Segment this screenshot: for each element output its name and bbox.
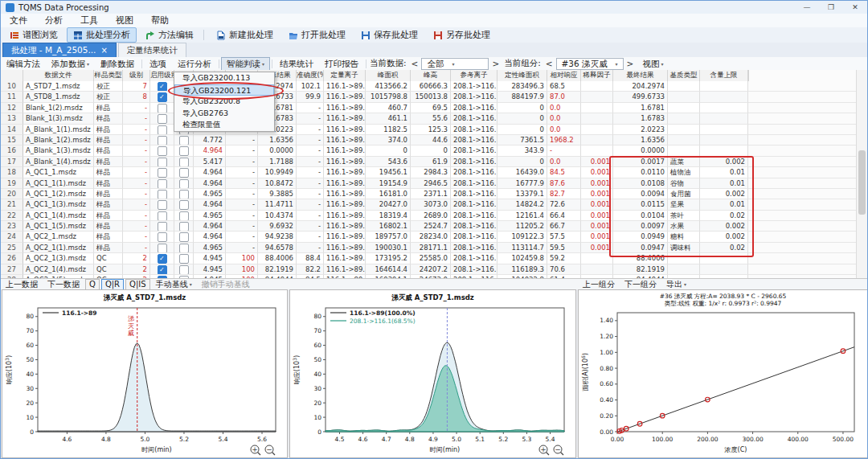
column-header-9[interactable]: 准确度(%)	[297, 70, 324, 81]
context-menu-item-2[interactable]: 导入GB23200.8	[174, 96, 274, 108]
column-header-11[interactable]: 峰面积	[366, 70, 411, 81]
cell[interactable]: 150013.8	[411, 92, 451, 102]
column-header-14[interactable]: 定性峰面积	[497, 70, 547, 81]
cell[interactable]	[174, 232, 194, 242]
cell[interactable]: 116.1->89.0	[324, 253, 366, 264]
cell[interactable]: 0.0110	[613, 167, 668, 178]
cell[interactable]	[581, 264, 613, 275]
cell[interactable]: 116.1->89.0	[324, 103, 366, 113]
checkbox-unchecked-icon[interactable]	[179, 254, 189, 264]
cell[interactable]: -	[123, 113, 150, 124]
cell[interactable]	[700, 135, 748, 145]
cell[interactable]: 113114.7	[497, 243, 547, 253]
cell[interactable]: 糖料	[668, 232, 700, 242]
cell[interactable]: 食用菌	[668, 189, 700, 199]
cell[interactable]: 0.001	[581, 167, 613, 178]
current-component-prev-button[interactable]: <	[542, 59, 556, 68]
zoom-out-icon[interactable]: −	[265, 445, 275, 455]
cell[interactable]	[700, 103, 748, 113]
cell[interactable]: 59.5	[547, 243, 581, 253]
cell[interactable]: 样品	[94, 125, 123, 135]
cell[interactable]: -	[123, 243, 150, 253]
checkbox-checked-icon[interactable]	[158, 92, 167, 102]
checkbox-unchecked-icon[interactable]	[179, 211, 189, 221]
cell[interactable]: 8	[123, 92, 150, 102]
cell[interactable]: 94.9238	[258, 232, 297, 242]
column-header-17[interactable]: 最终结果	[613, 70, 668, 81]
cell[interactable]: QC	[94, 253, 123, 264]
zoom-in-icon[interactable]: +	[539, 445, 549, 455]
cell[interactable]: -	[123, 221, 150, 232]
cell[interactable]: 173195.2	[366, 253, 411, 264]
row-number[interactable]: 16	[1, 145, 23, 156]
cell[interactable]: 543.6	[366, 157, 411, 167]
cell[interactable]: 0	[497, 125, 547, 135]
row-number[interactable]: 22	[1, 211, 23, 221]
chart-toolbar-button-[interactable]: 下一组分	[620, 280, 661, 289]
cell[interactable]: 0.001	[581, 243, 613, 253]
cell[interactable]	[174, 178, 194, 189]
toolbar-button-6[interactable]: 另存批处理	[427, 27, 497, 43]
cell[interactable]	[700, 113, 748, 124]
cell[interactable]: -	[297, 199, 324, 210]
row-number[interactable]: 10	[1, 81, 23, 92]
cell[interactable]: -	[123, 189, 150, 199]
cell[interactable]: 116.1->89.0	[324, 232, 366, 242]
cell[interactable]: 208.1->116.1	[451, 157, 497, 167]
action-button-4[interactable]: 运行分析	[172, 57, 217, 71]
cell[interactable]: A_QC2_1(3).msdz	[23, 253, 94, 264]
cell[interactable]: -	[297, 157, 324, 167]
maximize-button[interactable]: ❐	[819, 1, 843, 14]
cell[interactable]: 样品	[94, 178, 123, 189]
cell[interactable]: 10.9949	[258, 167, 297, 178]
cell[interactable]: 1.6356	[613, 135, 668, 145]
row-number[interactable]: 26	[1, 253, 23, 264]
cell[interactable]	[668, 125, 700, 135]
cell[interactable]: 1015798.8	[366, 92, 411, 102]
cell[interactable]: 208.1->116.1	[451, 178, 497, 189]
cell[interactable]: A_QC2_1(1).msdz	[23, 243, 94, 253]
cell[interactable]	[581, 113, 613, 124]
cell[interactable]: 植物油	[668, 167, 700, 178]
cell[interactable]: 7361.5	[497, 135, 547, 145]
action-button-6[interactable]: 结果统计	[274, 57, 319, 71]
action-button-3[interactable]: 选项	[144, 57, 172, 71]
checkbox-unchecked-icon[interactable]	[179, 158, 189, 167]
cell[interactable]	[150, 189, 174, 199]
row-number[interactable]: 24	[1, 232, 23, 242]
cell[interactable]: 4.964	[194, 199, 226, 210]
cell[interactable]: 样品	[94, 221, 123, 232]
cell[interactable]: 24207.2	[411, 264, 451, 275]
cell[interactable]: A_Blank_1(4).msdz	[23, 157, 94, 167]
cell[interactable]: 208.1->116.1	[451, 167, 497, 178]
action-button-2[interactable]: 删除数据	[95, 57, 140, 71]
cell[interactable]: 1.6783	[613, 113, 668, 124]
toolbar-button-1[interactable]: 批处理分析	[67, 27, 137, 43]
cell[interactable]	[174, 145, 194, 156]
cell[interactable]: 28234.0	[411, 232, 451, 242]
checkbox-checked-icon[interactable]	[158, 82, 167, 92]
table-row[interactable]: 27A_QC2_1(4).msdzQC24.94510082.191982.21…	[1, 264, 867, 275]
cell[interactable]: -	[226, 221, 258, 232]
cell[interactable]: -	[297, 232, 324, 242]
cell[interactable]: 82.1919	[258, 264, 297, 275]
chart-toolbar-button-[interactable]: 导出▾	[661, 280, 691, 289]
cell[interactable]: Blank_1(3).msdz	[23, 113, 94, 124]
cell[interactable]	[174, 221, 194, 232]
checkbox-unchecked-icon[interactable]	[158, 190, 167, 199]
cell[interactable]	[581, 135, 613, 145]
view-button[interactable]: 视图▾	[637, 57, 669, 71]
table-row[interactable]: 15A_Blank_1(2).msdz样品-4.772-1.6356-116.1…	[1, 135, 867, 145]
scrollbar-thumb[interactable]	[858, 150, 866, 215]
cell[interactable]: 0.001	[581, 221, 613, 232]
table-row[interactable]: 25A_QC2_1(1).msdz样品-4.965-94.6578-116.1-…	[1, 243, 867, 253]
cell[interactable]: 208.1->116.1	[451, 264, 497, 275]
cell[interactable]	[700, 81, 748, 92]
cell[interactable]: 116.1->89.0	[324, 199, 366, 210]
checkbox-unchecked-icon[interactable]	[179, 136, 189, 145]
cell[interactable]	[150, 199, 174, 210]
row-number[interactable]: 17	[1, 157, 23, 167]
current-component-next-button[interactable]: >	[624, 59, 637, 68]
cell[interactable]: -	[123, 125, 150, 135]
checkbox-unchecked-icon[interactable]	[179, 265, 189, 275]
